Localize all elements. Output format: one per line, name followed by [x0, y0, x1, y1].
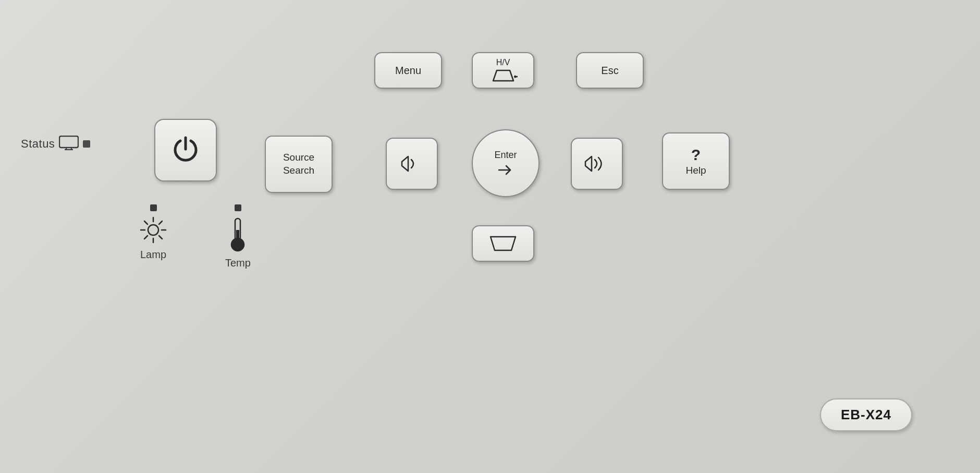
status-label: Status	[21, 137, 55, 151]
keystone-down-button[interactable]	[472, 225, 534, 262]
temp-led	[235, 204, 241, 211]
lamp-indicator: Lamp	[140, 204, 167, 261]
keystone-up-icon	[489, 68, 518, 83]
svg-line-15	[144, 221, 148, 224]
model-name: EB-X24	[841, 407, 891, 422]
enter-label: Enter	[494, 150, 517, 161]
svg-marker-4	[493, 70, 513, 81]
volume-down-button[interactable]	[386, 138, 438, 190]
help-button[interactable]: ? Help	[662, 132, 730, 190]
temp-indicator: Temp	[225, 204, 251, 269]
enter-icon	[497, 163, 514, 177]
keystone-down-icon	[487, 234, 519, 253]
status-led	[83, 140, 90, 148]
esc-button[interactable]: Esc	[576, 52, 644, 89]
source-search-line1: Source	[283, 151, 314, 164]
svg-marker-8	[585, 156, 592, 171]
volume-up-button[interactable]	[571, 138, 623, 190]
help-question-mark: ?	[691, 146, 701, 164]
lamp-icon	[140, 216, 167, 246]
source-search-line2: Search	[283, 164, 314, 177]
menu-button[interactable]: Menu	[374, 52, 442, 89]
lamp-led	[150, 204, 157, 211]
volume-up-icon	[581, 152, 612, 175]
svg-point-10	[148, 225, 158, 235]
power-button[interactable]	[154, 119, 217, 181]
svg-marker-7	[402, 156, 408, 171]
volume-down-icon	[398, 152, 426, 175]
enter-button[interactable]: Enter	[472, 129, 540, 197]
svg-marker-9	[491, 237, 516, 250]
svg-rect-21	[236, 230, 239, 241]
power-icon	[170, 135, 201, 166]
hv-label: H/V	[496, 58, 510, 67]
menu-label: Menu	[395, 65, 421, 77]
status-area: Status	[21, 136, 90, 152]
svg-line-17	[159, 221, 162, 224]
status-monitor-icon	[59, 136, 79, 152]
source-search-button[interactable]: Source Search	[265, 136, 333, 193]
temp-label: Temp	[225, 257, 251, 269]
lamp-label: Lamp	[140, 249, 166, 261]
svg-line-18	[144, 236, 148, 239]
hv-keystone-button[interactable]: H/V	[472, 52, 534, 89]
projector-panel: Status Source Search Menu H/V	[0, 0, 980, 473]
svg-rect-0	[59, 136, 78, 148]
esc-label: Esc	[601, 65, 618, 77]
help-label: Help	[685, 165, 706, 176]
svg-marker-6	[514, 75, 518, 78]
model-badge: EB-X24	[820, 398, 912, 431]
svg-line-16	[159, 236, 162, 239]
temp-icon	[228, 216, 247, 255]
